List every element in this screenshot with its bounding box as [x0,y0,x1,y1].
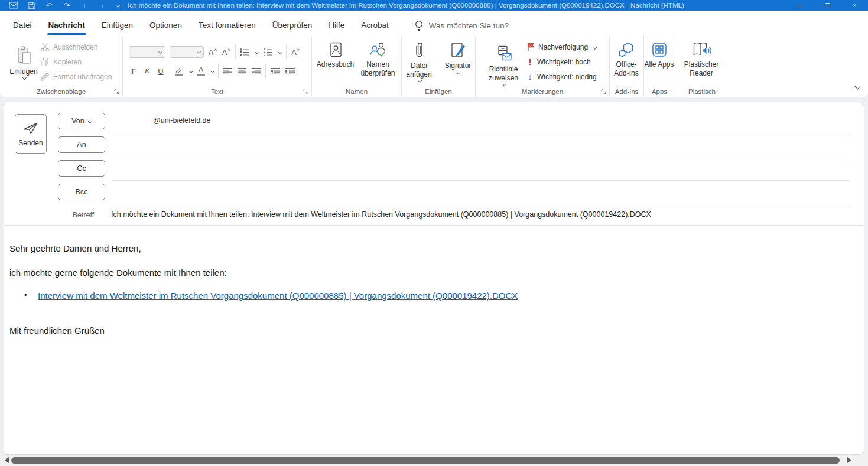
bold-button[interactable]: F [129,67,138,76]
decrease-indent-button[interactable] [270,67,281,75]
tab-datei[interactable]: Datei [5,21,40,37]
tell-me-search[interactable]: Was möchten Sie tun? [415,20,509,37]
ribbon-tab-row: Datei Nachricht Einfügen Optionen Text f… [0,11,868,37]
attachment-link[interactable]: Interview mit dem Weltmeister im Rutsche… [38,291,518,301]
font-color-chevron-icon[interactable] [210,69,214,73]
to-label: An [77,141,86,149]
collapse-ribbon-chevron-icon [855,84,861,90]
increase-indent-icon [285,67,295,75]
bcc-field[interactable] [111,204,850,204]
font-color-button[interactable]: A [197,66,205,76]
undo-button[interactable]: ↶ [40,0,58,11]
italic-button[interactable]: K [142,66,152,76]
clear-formatting-button[interactable]: A◊ [291,47,300,57]
save-button[interactable] [22,0,40,11]
numbered-list-chevron-icon[interactable] [278,50,282,54]
tab-acrobat[interactable]: Acrobat [353,21,397,37]
to-field[interactable] [111,157,850,157]
body-closing: Mit freundlichen Grüßen [9,325,105,335]
increase-indent-button[interactable] [285,67,295,75]
tab-nachricht[interactable]: Nachricht [40,21,93,37]
cc-button[interactable]: Cc [58,160,105,177]
customize-qat-chevron-icon[interactable] [111,0,123,11]
decrease-indent-icon [270,67,281,75]
paste-button[interactable]: Einfügen [8,41,39,79]
check-names-label: Namen überprüfen [359,60,398,78]
align-left-button[interactable] [223,67,233,75]
window-title: Ich möchte ein Dokument mit Ihnen teilen… [123,2,786,9]
immersive-reader-button[interactable]: Plastischer Reader [675,37,727,78]
clipboard-dialog-launcher[interactable] [114,89,119,94]
minimize-button[interactable]: — [786,0,814,11]
copy-button[interactable]: Kopieren [40,57,112,67]
copy-label: Kopieren [53,58,82,66]
group-label-text: Text [123,88,311,95]
scroll-right-arrow-icon[interactable] [847,457,851,463]
to-button[interactable]: An [58,136,105,153]
from-field[interactable] [111,133,850,133]
shrink-font-button[interactable]: A˅ [222,47,231,57]
format-painter-button[interactable]: Format übertragen [40,72,112,82]
highlight-chevron-icon[interactable] [189,69,193,73]
align-right-button[interactable] [251,67,261,75]
importance-high-button[interactable]: ! Wichtigkeit: hoch [526,57,597,67]
format-painter-label: Format übertragen [53,73,112,81]
bullet-list-chevron-icon[interactable] [255,50,259,54]
scrollbar-thumb[interactable] [11,457,840,464]
redo-button[interactable]: ↷ [58,0,76,11]
tags-dialog-launcher[interactable] [601,89,606,94]
window-controls: — × [786,0,868,11]
address-book-label: Adressbuch [317,60,354,69]
shrink-font-label: A [222,48,227,57]
bcc-button[interactable]: Bcc [58,184,105,200]
immersive-reader-icon [692,41,711,58]
cut-button[interactable]: Ausschneiden [40,43,112,52]
maximize-button[interactable] [814,0,841,11]
font-size-combobox[interactable] [170,46,204,58]
importance-low-button[interactable]: ↓ Wichtigkeit: niedrig [526,71,597,82]
follow-up-button[interactable]: Nachverfolgung [526,43,597,52]
all-apps-button[interactable]: Alle Apps [644,37,674,69]
send-button[interactable]: Senden [15,114,47,154]
from-button[interactable]: Von [58,113,105,129]
grow-font-button[interactable]: A˄ [208,47,217,57]
move-up-button[interactable]: ↑ [76,0,93,11]
tab-einfuegen[interactable]: Einfügen [93,21,141,37]
tab-text-formatieren[interactable]: Text formatieren [190,21,264,37]
font-name-combobox[interactable] [129,46,165,58]
subject-field[interactable]: Ich möchte ein Dokument mit Ihnen teilen… [111,210,850,219]
highlight-color-button[interactable] [174,67,184,76]
text-dialog-launcher[interactable] [303,89,308,94]
signature-chevron-icon [457,71,461,75]
horizontal-scrollbar[interactable] [0,455,868,466]
bullet-list-button[interactable] [240,48,250,57]
bcc-label: Bcc [76,188,88,196]
tell-me-placeholder: Was möchten Sie tun? [429,21,509,30]
paste-chevron-icon [22,76,27,80]
numbered-list-icon [263,48,273,57]
scroll-left-arrow-icon[interactable] [5,457,9,463]
subject-label: Betreff [68,211,99,219]
group-label-einfuegen: Einfügen [402,88,475,95]
tab-ueberpruefen[interactable]: Überprüfen [264,21,321,37]
message-body[interactable]: Sehr geehrte Damen und Herren, ich möcht… [4,226,864,454]
group-einfuegen: Datei anfügen Signatur Einfügen [402,37,476,97]
move-down-button[interactable]: ↓ [93,0,111,11]
close-button[interactable]: × [841,0,868,11]
office-addins-button[interactable]: Office-Add-Ins [610,37,643,78]
underline-button[interactable]: U [156,67,165,76]
collapse-ribbon-button[interactable] [854,82,860,92]
group-apps: Alle Apps Apps [644,37,675,97]
align-center-button[interactable] [237,67,247,75]
from-label: Von [71,117,84,125]
send-icon [22,120,39,136]
assign-policy-button[interactable]: Richtlinie zuweisen [480,40,526,86]
follow-up-chevron-icon [593,45,597,49]
cc-field[interactable] [111,180,850,181]
group-addins: Office-Add-Ins Add-Ins [610,37,644,97]
grow-font-label: A [209,48,214,57]
numbered-list-button[interactable] [263,48,273,57]
cc-label: Cc [77,164,86,172]
tab-optionen[interactable]: Optionen [141,21,190,37]
tab-hilfe[interactable]: Hilfe [320,21,353,37]
